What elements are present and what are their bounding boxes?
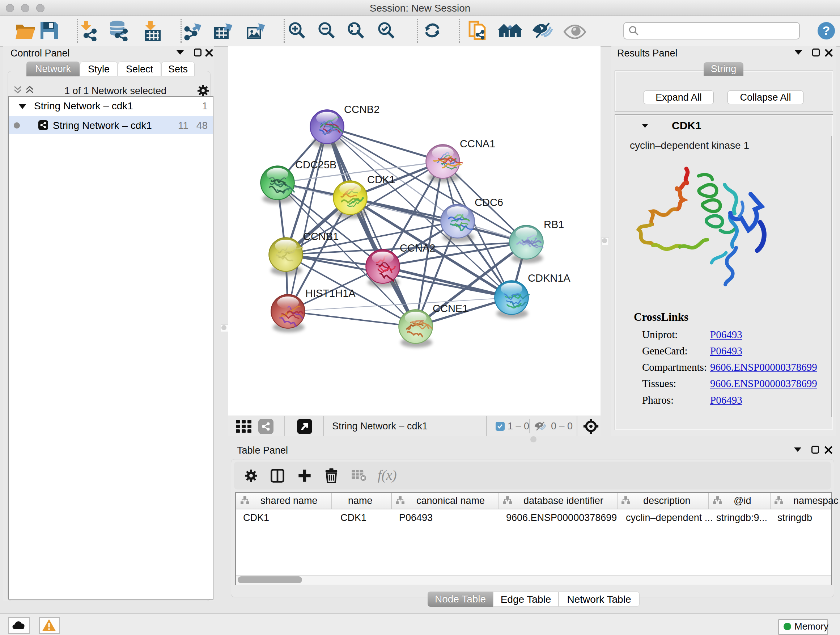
svg-text:RB1: RB1 [544,219,564,230]
svg-text:CDKN1A: CDKN1A [528,272,570,284]
svg-text:CCNA2: CCNA2 [400,242,435,254]
svg-text:CDK1: CDK1 [367,174,395,185]
svg-text:CCNE1: CCNE1 [433,302,468,314]
svg-text:CCNB2: CCNB2 [344,103,379,115]
svg-text:CDC6: CDC6 [475,196,503,208]
svg-text:CCNA1: CCNA1 [460,138,495,149]
svg-text:?: ? [823,24,830,37]
svg-text:CDC25B: CDC25B [295,159,336,171]
svg-text:CCNB1: CCNB1 [303,231,339,242]
svg-text:HIST1H1A: HIST1H1A [305,287,355,299]
